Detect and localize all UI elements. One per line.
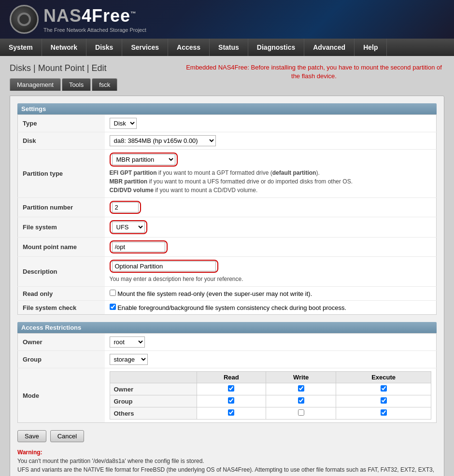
partition-type-label: Partition type [18,150,105,198]
nav-diagnostics[interactable]: Diagnostics [248,39,304,56]
mode-col-read: Read [197,372,266,383]
brand-name: NAS4Free™ [43,6,146,26]
nav-system[interactable]: System [0,39,42,56]
page-header: Disks | Mount Point | Edit Management To… [10,63,444,91]
warning-line2: UFS and variants are the NATIVE file for… [17,466,434,476]
button-row: Save Cancel [17,430,437,442]
warning-section: Warning: You can't mount the partition '… [17,448,437,476]
type-select[interactable]: Disk [110,118,137,129]
nav-help[interactable]: Help [355,39,387,56]
mode-group-read[interactable] [228,397,234,404]
nav-disks[interactable]: Disks [86,39,122,56]
partition-type-cell: MBR partition EFI GPT partition CD/DVD v… [105,150,437,198]
access-section-header: Access Restrictions [17,322,437,333]
mode-owner-read[interactable] [228,385,234,392]
mode-group-label: Group [110,395,197,407]
brand-part2: 4Free [82,6,130,26]
fs-check-text: Enable foreground/background file system… [117,304,346,311]
mode-row-others: Others [110,407,431,420]
description-input[interactable] [112,261,216,271]
partition-type-circled: MBR partition EFI GPT partition CD/DVD v… [110,153,178,167]
table-row: Type Disk [18,115,437,132]
owner-select[interactable]: root admin nobody [110,336,145,348]
file-system-label: File system [18,217,105,238]
disk-label: Disk [18,132,105,150]
mode-owner-execute[interactable] [381,385,387,392]
partition-type-select[interactable]: MBR partition EFI GPT partition CD/DVD v… [112,154,175,165]
tagline: The Free Network Attached Storage Projec… [43,27,146,33]
mode-table: Read Write Execute Owner [110,371,432,420]
group-select[interactable]: storage wheel operator nobody [110,354,148,365]
group-cell: storage wheel operator nobody [105,351,437,368]
tab-management[interactable]: Management [10,78,61,91]
partition-type-help: EFI GPT partition if you want to mount a… [110,168,432,195]
partition-number-label: Partition number [18,198,105,217]
mode-others-write-cell [266,407,336,420]
tab-bar: Management Tools fsck [10,78,117,91]
disk-select[interactable]: da8: 3854MB (hp v165w 0.00) [110,135,216,146]
table-row: File system UFS FAT FAT32 EXT2 EXT3 NTFS [18,217,437,238]
mode-owner-read-cell [197,383,266,395]
logo-area: NAS4Free™ The Free Network Attached Stor… [10,5,146,34]
mode-col-write: Write [266,372,336,383]
nav-access[interactable]: Access [168,39,210,56]
mode-others-read[interactable] [228,409,234,416]
mode-group-write[interactable] [298,397,304,404]
fs-check-cell: Enable foreground/background file system… [105,301,437,315]
settings-table: Type Disk Disk da8: 3854MB (hp v165w 0.0… [17,114,437,315]
nav-services[interactable]: Services [122,39,168,56]
table-row: Disk da8: 3854MB (hp v165w 0.00) [18,132,437,150]
mount-point-input[interactable] [112,242,165,252]
nav-network[interactable]: Network [42,39,86,56]
mode-owner-write[interactable] [298,385,304,392]
mode-others-execute[interactable] [381,409,387,416]
fs-check-checkbox[interactable] [110,304,116,310]
logo-icon [10,5,39,34]
type-label: Type [18,115,105,132]
warning-label: Warning: [17,449,43,456]
description-cell: You may enter a description here for you… [105,257,437,287]
logo-text: NAS4Free™ The Free Network Attached Stor… [43,6,146,33]
read-only-label: Read only [18,287,105,301]
mode-owner-write-cell [266,383,336,395]
description-label: Description [18,257,105,287]
owner-cell: root admin nobody [105,334,437,351]
partition-default-bold: default partition [272,169,316,176]
fs-check-label: File system check [18,301,105,315]
table-row: Mode Read Write Execute [18,368,437,423]
cancel-button[interactable]: Cancel [50,430,84,442]
nav-status[interactable]: Status [210,39,248,56]
nav-advanced[interactable]: Advanced [304,39,355,56]
mode-group-execute[interactable] [381,397,387,404]
save-button[interactable]: Save [17,430,46,442]
main-panel: Settings Type Disk Disk da8: 3854MB (hp … [10,96,444,476]
access-table: Owner root admin nobody Group storage wh… [17,333,437,423]
mode-cell: Read Write Execute Owner [105,368,437,423]
table-row: Owner root admin nobody [18,334,437,351]
table-row: Description You may enter a description … [18,257,437,287]
mode-group-execute-cell [336,395,431,407]
table-row: Group storage wheel operator nobody [18,351,437,368]
mode-owner-execute-cell [336,383,431,395]
mode-others-write[interactable] [298,409,304,416]
mode-others-execute-cell [336,407,431,420]
mode-others-read-cell [197,407,266,420]
partition-number-input[interactable] [112,202,139,212]
warning-line1: You can't mount the partition '/dev/da8s… [17,458,204,464]
brand-part1: NAS [43,6,82,26]
read-only-checkbox[interactable] [110,290,116,296]
main-navbar: System Network Disks Services Access Sta… [0,39,454,56]
read-only-text: Mount the file system read-only (even th… [117,290,312,297]
type-value-cell: Disk [105,115,437,132]
table-row: Mount point name [18,238,437,257]
tab-tools[interactable]: Tools [62,78,91,91]
tab-fsck[interactable]: fsck [92,78,117,91]
mode-others-label: Others [110,407,197,420]
settings-section-header: Settings [17,103,437,114]
mount-point-circled [110,240,168,253]
file-system-select[interactable]: UFS FAT FAT32 EXT2 EXT3 NTFS [112,222,145,233]
mount-point-cell [105,238,437,257]
page-content: Disks | Mount Point | Edit Management To… [0,56,454,476]
header: NAS4Free™ The Free Network Attached Stor… [0,0,454,39]
partition-number-circled [110,201,141,214]
